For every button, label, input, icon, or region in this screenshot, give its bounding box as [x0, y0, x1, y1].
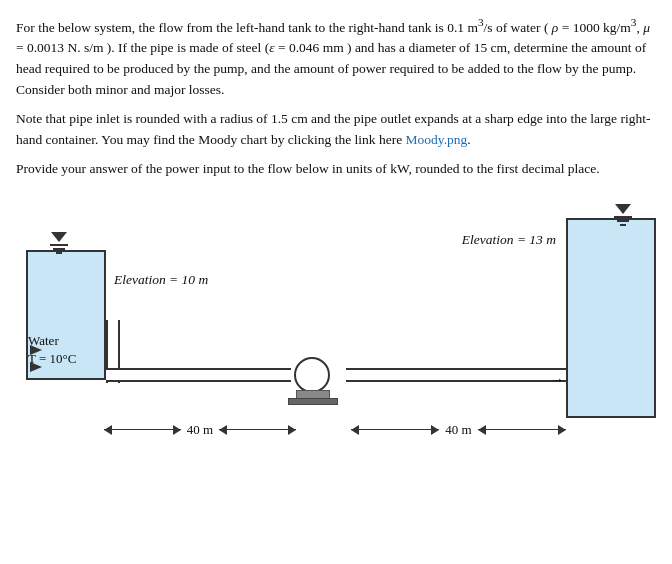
dim-arrow-left-2 — [219, 429, 296, 430]
problem-text: For the below system, the flow from the … — [16, 14, 656, 180]
paragraph-2: Note that pipe inlet is rounded with a r… — [16, 109, 656, 151]
water-level-right — [614, 204, 632, 226]
flow-arrow-right: → — [550, 372, 564, 388]
diagram: Elevation = 10 m Elevation = 13 m Water … — [16, 190, 656, 450]
dim-arrow-right-1 — [351, 429, 439, 430]
wl-lines-left — [50, 244, 68, 254]
dim-label-right: 40 m — [439, 422, 477, 438]
paragraph-1: For the below system, the flow from the … — [16, 14, 656, 101]
paragraph-3: Provide your answer of the power input t… — [16, 159, 656, 180]
pipe-horizontal-left — [106, 368, 291, 382]
pump-base-bottom — [288, 398, 338, 405]
right-tank — [566, 218, 656, 418]
wl-lines-right — [614, 216, 632, 226]
dim-arrow-right-2 — [478, 429, 566, 430]
moody-link[interactable]: Moody.png — [406, 132, 468, 147]
dimension-line-left: 40 m — [104, 422, 296, 438]
flow-arrow-2 — [30, 362, 42, 372]
wl-triangle-left — [51, 232, 67, 242]
dimension-line-right: 40 m — [351, 422, 566, 438]
pump-circle — [294, 357, 330, 393]
flow-arrow-1 — [30, 345, 42, 355]
dim-arrow-left — [104, 429, 181, 430]
water-level-left — [50, 232, 68, 254]
wl-triangle-right — [615, 204, 631, 214]
pipe-horizontal-right — [346, 368, 566, 382]
elevation-label-right: Elevation = 13 m — [462, 232, 556, 248]
flow-arrows — [30, 345, 42, 372]
dim-label-left: 40 m — [181, 422, 219, 438]
elevation-label-left: Elevation = 10 m — [114, 272, 208, 288]
